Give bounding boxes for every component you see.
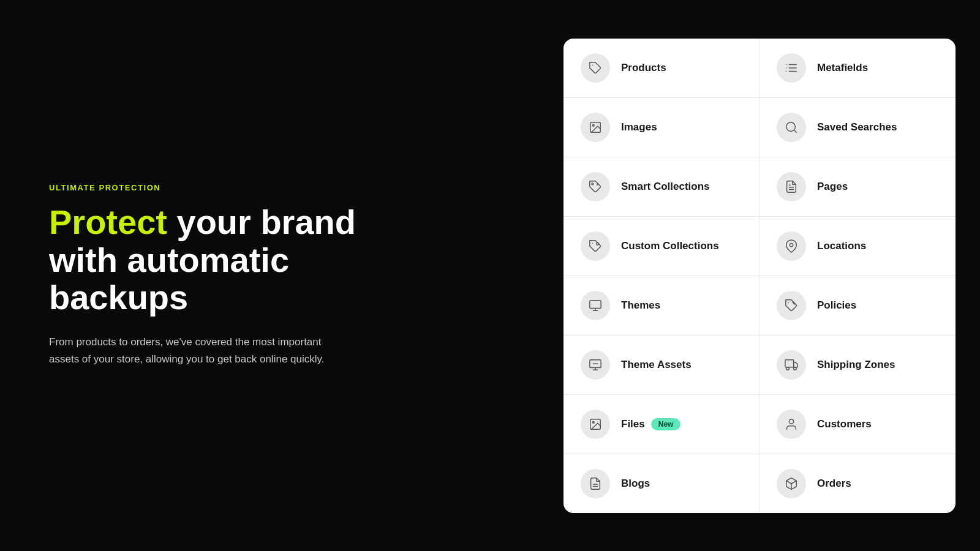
themes-label: Themes (621, 299, 660, 312)
svg-point-29 (592, 421, 594, 423)
svg-rect-17 (590, 300, 601, 308)
grid-item-files[interactable]: Files New (564, 395, 760, 454)
grid-item-themes[interactable]: Themes (564, 276, 760, 335)
svg-line-10 (794, 130, 796, 132)
shipping-zones-label: Shipping Zones (817, 359, 895, 371)
metafields-icon-circle (777, 53, 806, 83)
grid-item-smart-collections[interactable]: Smart Collections (564, 157, 760, 217)
svg-point-15 (597, 242, 599, 245)
smart-collections-icon-circle (581, 172, 610, 201)
feature-grid: Products Metafields (564, 39, 956, 513)
locations-label: Locations (817, 240, 866, 252)
grid-item-products[interactable]: Products (564, 39, 760, 98)
pages-icon-circle (777, 172, 806, 201)
products-label: Products (621, 62, 666, 74)
grid-item-custom-collections[interactable]: Custom Collections (564, 217, 760, 276)
grid-item-images[interactable]: Images (564, 98, 760, 157)
orders-icon (785, 477, 798, 490)
search-icon (785, 121, 798, 134)
svg-point-8 (592, 124, 594, 126)
left-panel: ULTIMATE PROTECTION Protect your brandwi… (0, 0, 466, 551)
blogs-icon (589, 477, 602, 490)
policies-icon (785, 299, 798, 312)
orders-icon-circle (777, 469, 806, 498)
customers-label: Customers (817, 418, 872, 430)
saved-searches-label: Saved Searches (817, 121, 897, 133)
metafields-label: Metafields (817, 62, 868, 74)
feature-grid-panel: Products Metafields (564, 39, 956, 513)
grid-item-metafields[interactable]: Metafields (760, 39, 956, 98)
theme-assets-icon (589, 358, 602, 372)
policies-label: Policies (817, 299, 856, 312)
tag-icon (589, 61, 602, 75)
svg-point-11 (592, 183, 594, 185)
grid-item-theme-assets[interactable]: Theme Assets (564, 335, 760, 395)
customer-icon (785, 418, 798, 431)
shipping-zones-icon-circle (777, 350, 806, 380)
blogs-icon-circle (581, 469, 610, 498)
new-badge: New (651, 418, 681, 430)
pages-icon (785, 180, 798, 193)
files-label: Files New (621, 418, 680, 430)
blogs-label: Blogs (621, 478, 650, 490)
products-icon-circle (581, 53, 610, 83)
list-icon (785, 61, 798, 75)
files-icon (589, 418, 602, 431)
images-label: Images (621, 121, 657, 133)
pages-label: Pages (817, 181, 848, 193)
images-icon-circle (581, 113, 610, 142)
saved-searches-icon-circle (777, 113, 806, 142)
grid-item-saved-searches[interactable]: Saved Searches (760, 98, 956, 157)
location-icon (785, 239, 798, 253)
headline: Protect your brandwith automatic backups (49, 203, 417, 317)
grid-item-orders[interactable]: Orders (760, 454, 956, 513)
theme-assets-label: Theme Assets (621, 359, 692, 371)
svg-point-30 (789, 419, 793, 423)
svg-point-16 (790, 243, 793, 247)
image-icon (589, 121, 602, 134)
headline-highlight: Protect (49, 203, 167, 241)
grid-item-customers[interactable]: Customers (760, 395, 956, 454)
custom-collection-icon (589, 239, 602, 253)
svg-point-27 (794, 367, 797, 370)
theme-icon (589, 299, 602, 312)
grid-item-shipping-zones[interactable]: Shipping Zones (760, 335, 956, 395)
custom-collections-label: Custom Collections (621, 240, 719, 252)
files-icon-circle (581, 410, 610, 439)
custom-collections-icon-circle (581, 231, 610, 261)
grid-item-locations[interactable]: Locations (760, 217, 956, 276)
shipping-icon (785, 358, 798, 372)
customers-icon-circle (777, 410, 806, 439)
orders-label: Orders (817, 478, 851, 490)
theme-assets-icon-circle (581, 350, 610, 380)
policies-icon-circle (777, 291, 806, 320)
eyebrow-label: ULTIMATE PROTECTION (49, 183, 417, 192)
smart-collection-icon (589, 180, 602, 193)
themes-icon-circle (581, 291, 610, 320)
svg-point-26 (786, 367, 790, 370)
svg-rect-25 (785, 359, 794, 367)
grid-item-policies[interactable]: Policies (760, 276, 956, 335)
grid-item-pages[interactable]: Pages (760, 157, 956, 217)
grid-item-blogs[interactable]: Blogs (564, 454, 760, 513)
locations-icon-circle (777, 231, 806, 261)
smart-collections-label: Smart Collections (621, 181, 710, 193)
description-text: From products to orders, we've covered t… (49, 334, 343, 368)
